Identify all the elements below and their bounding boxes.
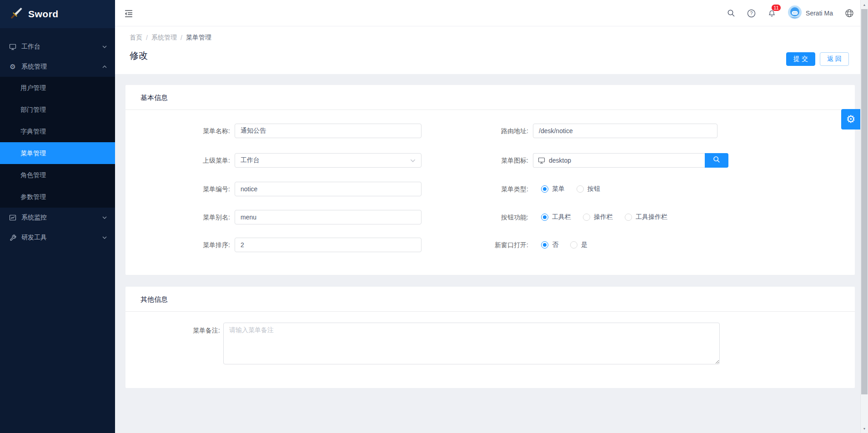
radio-tool-action-bar[interactable]: 工具操作栏 [625, 213, 667, 221]
page-header: 首页 / 系统管理 / 菜单管理 修改 提 交 返 回 [115, 26, 860, 74]
menu-fold-button[interactable] [124, 8, 135, 18]
radio-selected-icon [541, 185, 548, 193]
sidebar-item-user-mgmt[interactable]: 用户管理 [0, 77, 115, 99]
menu-remark-textarea[interactable] [223, 323, 720, 364]
wrench-icon [9, 234, 16, 241]
sidebar-item-menu-mgmt[interactable]: 菜单管理 [0, 142, 115, 164]
notification-bell-icon[interactable]: 11 [768, 9, 776, 18]
sword-logo-icon [10, 7, 23, 21]
page-title: 修改 [130, 50, 860, 62]
menu-type-label: 菜单类型: [487, 182, 528, 196]
radio-label: 按钮 [587, 185, 600, 193]
button-func-item: 按钮功能: 工具栏 操作栏 工具操作栏 [487, 210, 667, 224]
scroll-down-arrow-icon[interactable]: ▼ [861, 425, 868, 432]
radio-toolbar[interactable]: 工具栏 [541, 213, 571, 221]
language-globe-icon[interactable] [845, 9, 854, 18]
menu-name-label: 菜单名称: [176, 124, 230, 138]
chevron-down-icon [410, 159, 416, 162]
app-logo[interactable]: Sword [0, 0, 115, 28]
route-path-item: 路由地址: [487, 124, 717, 138]
gear-icon: ⚙ [9, 63, 16, 70]
menu-type-item: 菜单类型: 菜单 按钮 [487, 182, 600, 196]
parent-menu-value: 工作台 [241, 156, 410, 164]
user-menu[interactable]: Serati Ma [788, 5, 833, 21]
new-window-item: 新窗口打开: 否 是 [487, 238, 587, 252]
menu-alias-item: 菜单别名: [176, 210, 421, 224]
radio-menu-type-button[interactable]: 按钮 [577, 185, 600, 193]
menu-alias-label: 菜单别名: [176, 210, 230, 224]
radio-label: 否 [552, 241, 558, 249]
sidebar-item-system-monitor[interactable]: 系统监控 [0, 208, 115, 228]
radio-unselected-icon [583, 214, 590, 221]
menu-icon-input-group: desktop [533, 153, 728, 168]
monitor-chart-icon [9, 214, 16, 221]
menu-name-input[interactable] [235, 124, 421, 138]
radio-unselected-icon [625, 214, 632, 221]
radio-new-window-no[interactable]: 否 [541, 241, 558, 249]
search-icon[interactable] [727, 9, 735, 17]
page-actions: 提 交 返 回 [786, 52, 849, 66]
breadcrumb-separator: / [146, 34, 148, 41]
sidebar-item-role-mgmt[interactable]: 角色管理 [0, 164, 115, 186]
scrollbar-thumb[interactable] [861, 9, 868, 394]
search-icon [713, 156, 720, 165]
menu-remark-item: 菜单备注: [176, 323, 720, 366]
new-window-label: 新窗口打开: [487, 238, 528, 252]
icon-search-button[interactable] [705, 153, 728, 168]
vertical-scrollbar[interactable]: ▲ ▼ [860, 0, 868, 433]
menu-type-radio-group: 菜单 按钮 [533, 182, 600, 196]
sidebar-item-dict-mgmt[interactable]: 字典管理 [0, 120, 115, 142]
radio-unselected-icon [577, 185, 584, 193]
back-button[interactable]: 返 回 [820, 52, 849, 66]
topbar: ? 11 Serati Ma [115, 0, 860, 26]
topbar-actions: ? 11 Serati Ma [727, 0, 854, 26]
submit-button[interactable]: 提 交 [786, 52, 815, 66]
other-info-card-title: 其他信息 [125, 287, 855, 312]
radio-action-bar[interactable]: 操作栏 [583, 213, 613, 221]
chevron-up-icon [102, 65, 107, 68]
username: Serati Ma [806, 10, 833, 17]
sidebar-item-workbench[interactable]: 工作台 [0, 37, 115, 57]
sidebar-menu: 工作台 ⚙ 系统管理 用户管理 部门管理 字典管理 菜单管理 角色管理 参数管理 [0, 28, 115, 248]
radio-selected-icon [541, 214, 548, 221]
radio-new-window-yes[interactable]: 是 [570, 241, 587, 249]
gear-icon: ⚙ [846, 113, 856, 125]
avatar [788, 5, 802, 21]
chevron-down-icon [102, 236, 107, 239]
sidebar-item-param-mgmt[interactable]: 参数管理 [0, 186, 115, 208]
system-mgmt-submenu: 用户管理 部门管理 字典管理 菜单管理 角色管理 参数管理 [0, 77, 115, 208]
theme-settings-button[interactable]: ⚙ [841, 109, 860, 129]
svg-text:?: ? [750, 11, 753, 16]
sidebar-item-dev-tools[interactable]: 研发工具 [0, 228, 115, 248]
sidebar-item-label: 系统监控 [21, 214, 102, 222]
menu-remark-label: 菜单备注: [176, 323, 220, 335]
scroll-up-arrow-icon[interactable]: ▲ [861, 1, 868, 8]
basic-info-card: 基本信息 菜单名称: 路由地址: 上级菜单: 工作台 菜单图标: [125, 85, 855, 275]
breadcrumb: 首页 / 系统管理 / 菜单管理 [130, 34, 860, 42]
radio-label: 菜单 [552, 185, 565, 193]
radio-unselected-icon [570, 241, 577, 249]
parent-menu-select[interactable]: 工作台 [235, 153, 421, 168]
sidebar-item-system-mgmt[interactable]: ⚙ 系统管理 [0, 57, 115, 77]
radio-menu-type-menu[interactable]: 菜单 [541, 185, 565, 193]
sidebar-item-dept-mgmt[interactable]: 部门管理 [0, 99, 115, 120]
breadcrumb-separator: / [181, 34, 182, 41]
button-func-radio-group: 工具栏 操作栏 工具操作栏 [533, 210, 667, 224]
breadcrumb-current: 菜单管理 [186, 34, 211, 42]
menu-code-input[interactable] [235, 182, 421, 196]
radio-label: 工具栏 [552, 213, 571, 221]
app-title: Sword [28, 9, 59, 20]
route-path-input[interactable] [533, 124, 717, 138]
notification-badge: 11 [771, 4, 781, 11]
menu-sort-label: 菜单排序: [176, 238, 230, 252]
menu-icon-input[interactable]: desktop [533, 153, 705, 168]
menu-alias-input[interactable] [235, 210, 421, 224]
help-icon[interactable]: ? [747, 9, 756, 18]
breadcrumb-home[interactable]: 首页 [130, 34, 142, 42]
other-info-card: 其他信息 菜单备注: [125, 287, 855, 388]
menu-icon-label: 菜单图标: [487, 153, 528, 168]
menu-sort-input[interactable] [235, 238, 421, 252]
main-content: 基本信息 菜单名称: 路由地址: 上级菜单: 工作台 菜单图标: [115, 74, 860, 433]
chevron-down-icon [102, 45, 107, 48]
breadcrumb-system-mgmt[interactable]: 系统管理 [151, 34, 177, 42]
